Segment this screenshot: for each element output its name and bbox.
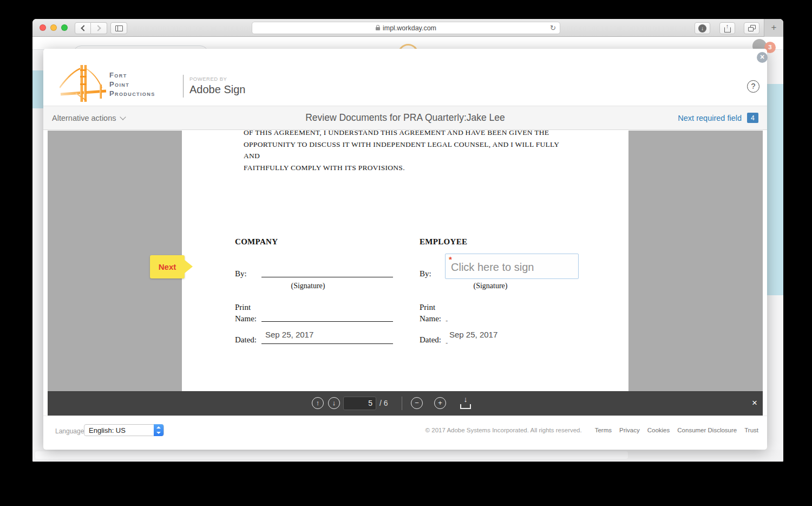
sidebar-button[interactable] (110, 22, 127, 34)
download-document-icon[interactable]: ↓ (460, 397, 471, 410)
signature-placeholder: Click here to sign (451, 261, 534, 274)
employee-name-field[interactable]: - (446, 316, 448, 325)
brand-name: Fort Point Productions (109, 70, 155, 98)
company-dated-line (261, 336, 393, 344)
back-icon (81, 25, 87, 31)
brand-divider (183, 75, 184, 98)
link-terms[interactable]: Terms (595, 427, 612, 433)
required-count-badge: 4 (747, 113, 758, 123)
lock-icon (376, 27, 380, 30)
zoom-out-icon[interactable]: − (411, 397, 423, 409)
employee-dated-field[interactable]: - (446, 339, 448, 347)
company-signature-line (261, 269, 393, 277)
select-stepper-icon (154, 424, 163, 436)
reload-icon[interactable]: ↻ (550, 24, 556, 32)
company-name-line (261, 314, 393, 322)
brand-line: Productions (109, 89, 155, 98)
powered-by-label: POWERED BY (189, 76, 245, 82)
url-text: impl.workday.com (383, 24, 436, 32)
minimize-window-button[interactable] (50, 24, 57, 31)
employee-name-label: Name: (420, 314, 441, 323)
employee-print-label: Print (420, 303, 435, 312)
modal-header: Fort Point Productions POWERED BY Adobe … (43, 49, 767, 106)
forward-icon (95, 25, 101, 31)
document-viewer: OF THIS AGREEMENT, I UNDERSTAND THIS AGR… (48, 131, 763, 391)
tabs-icon (748, 25, 756, 31)
link-consumer-disclosure[interactable]: Consumer Disclosure (677, 427, 737, 433)
help-icon[interactable]: ? (747, 80, 759, 93)
address-bar[interactable]: impl.workday.com ↻ (252, 22, 560, 34)
workday-banner-right (767, 84, 783, 295)
next-required-field-label: Next required field (678, 114, 742, 122)
powered-by-block: POWERED BY Adobe Sign (189, 76, 245, 96)
company-print-label: Print (235, 303, 251, 312)
modal-footer: Language English: US © 2017 Adobe System… (43, 416, 767, 450)
company-name-label: Name: (235, 314, 257, 323)
downloads-icon: ↓ (698, 24, 706, 33)
downloads-button[interactable]: ↓ (695, 22, 710, 34)
workday-page-footer (32, 450, 783, 462)
document-page: OF THIS AGREEMENT, I UNDERSTAND THIS AGR… (182, 131, 628, 391)
browser-titlebar: impl.workday.com ↻ ↓ ↑ + (32, 19, 783, 37)
share-button[interactable]: ↑ (719, 22, 735, 34)
product-name: Adobe Sign (189, 83, 245, 96)
pdf-toolbar: ↑ ↓ 5 / 6 − + ↓ × (48, 391, 763, 416)
tab-overview-button[interactable] (744, 22, 759, 34)
employee-signature-caption: (Signature) (453, 282, 528, 290)
action-bar: Alternative actions Review Documents for… (43, 106, 767, 130)
language-select[interactable]: English: US (84, 424, 164, 436)
fort-point-bridge-logo-icon (60, 63, 107, 104)
copyright-text: © 2017 Adobe Systems Incorporated. All r… (425, 427, 582, 433)
paragraph-line: FAITHFULLY COMPLY WITH ITS PROVISIONS. (244, 162, 568, 174)
link-cookies[interactable]: Cookies (647, 427, 670, 433)
traffic-lights (40, 24, 68, 31)
paragraph-line: OPPORTUNITY TO DISCUSS IT WITH INDEPENDE… (244, 139, 568, 162)
share-icon: ↑ (724, 24, 731, 33)
company-heading: COMPANY (235, 237, 278, 246)
document-paragraph: OF THIS AGREEMENT, I UNDERSTAND THIS AGR… (244, 131, 568, 173)
next-field-tab[interactable]: Next (150, 255, 185, 278)
workday-banner-left (32, 70, 43, 108)
employee-dated-value: Sep 25, 2017 (449, 330, 497, 339)
toolbar-close-icon[interactable]: × (748, 397, 761, 410)
brand-line: Point (109, 80, 155, 89)
workday-page-header (32, 37, 783, 50)
link-trust[interactable]: Trust (744, 427, 758, 433)
company-by-label: By: (235, 269, 247, 278)
page-down-icon[interactable]: ↓ (328, 397, 340, 409)
paragraph-line: OF THIS AGREEMENT, I UNDERSTAND THIS AGR… (244, 131, 568, 139)
link-privacy[interactable]: Privacy (619, 427, 640, 433)
employee-by-label: By: (420, 269, 431, 278)
company-signature-caption: (Signature) (270, 282, 346, 290)
page-number-input[interactable]: 5 (343, 397, 376, 410)
toolbar-divider (402, 397, 402, 410)
employee-dated-label: Dated: (420, 335, 441, 345)
language-value: English: US (89, 426, 126, 434)
page-total-label: / 6 (379, 399, 388, 407)
page-title: Review Documents for PRA Quarterly:Jake … (43, 106, 767, 129)
zoom-window-button[interactable] (61, 24, 68, 31)
browser-window: impl.workday.com ↻ ↓ ↑ + 3 × (32, 19, 783, 462)
signature-field[interactable]: * Click here to sign (445, 254, 579, 279)
next-required-field-button[interactable]: Next required field 4 (678, 106, 758, 129)
close-window-button[interactable] (40, 24, 46, 31)
adobe-sign-modal: × (43, 49, 767, 450)
company-dated-label: Dated: (235, 335, 257, 345)
back-button[interactable] (75, 22, 91, 34)
forward-button[interactable] (91, 22, 107, 34)
language-label: Language (55, 427, 84, 435)
page-up-icon[interactable]: ↑ (312, 397, 324, 409)
legal-links: © 2017 Adobe Systems Incorporated. All r… (425, 427, 758, 433)
zoom-in-icon[interactable]: + (434, 397, 446, 409)
browser-content: 3 × (32, 37, 783, 462)
new-tab-button[interactable]: + (764, 19, 783, 37)
employee-heading: EMPLOYEE (420, 237, 467, 246)
brand-line: Fort (109, 70, 155, 80)
workday-footer-bar (35, 451, 628, 459)
sidebar-icon (115, 25, 123, 31)
